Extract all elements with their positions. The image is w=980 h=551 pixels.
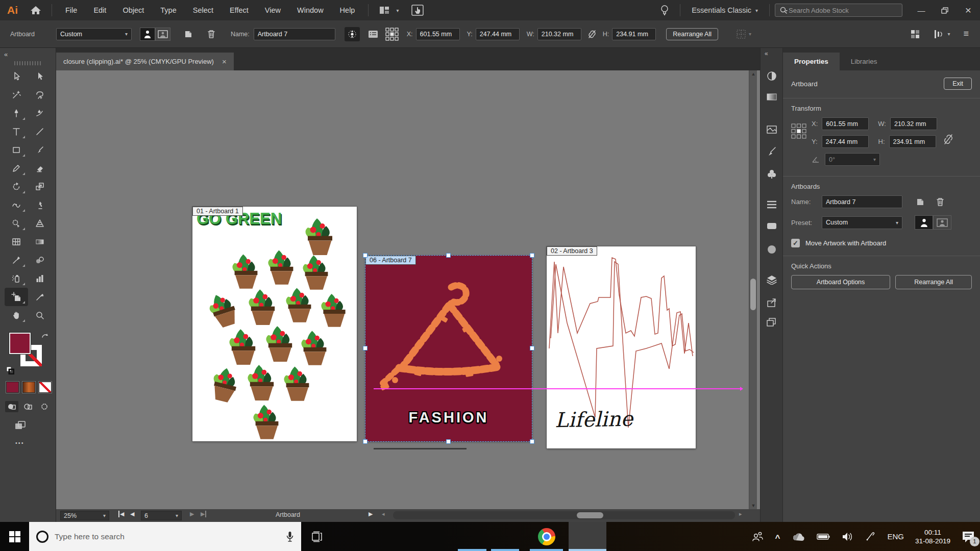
show-hidden-icons-chevron[interactable]: ^ <box>775 533 780 543</box>
selection-handle[interactable] <box>446 253 451 258</box>
rotation-angle-dropdown[interactable]: 0° ▾ <box>825 153 880 166</box>
landscape-orientation-button[interactable] <box>933 215 951 230</box>
snap-grid-options[interactable]: ▾ <box>736 29 751 40</box>
slice-tool[interactable] <box>28 288 52 306</box>
battery-icon[interactable] <box>817 533 830 540</box>
transparency-panel-icon[interactable] <box>766 244 777 255</box>
horizontal-scrollbar[interactable] <box>393 511 735 519</box>
transform-h-input[interactable] <box>889 135 936 148</box>
curvature-tool[interactable] <box>28 104 52 122</box>
gradient-swatch-button[interactable] <box>22 382 35 393</box>
selection-handle[interactable] <box>530 439 534 444</box>
collapse-tools-icon[interactable]: « <box>0 48 56 58</box>
magenta-guide-line[interactable] <box>374 388 742 389</box>
transform-x-input[interactable] <box>822 117 869 130</box>
scroll-down-icon[interactable]: ▼ <box>749 503 757 508</box>
menu-type[interactable]: Type <box>152 6 184 14</box>
hscroll-left-icon[interactable]: ◂ <box>382 511 385 517</box>
edit-toolbar-ellipsis[interactable]: ••• <box>15 440 56 446</box>
swap-fill-stroke-icon[interactable] <box>41 333 49 340</box>
magic-wand-tool[interactable] <box>5 86 28 104</box>
clock[interactable]: 00:11 31-08-2019 <box>915 528 950 545</box>
selection-handle[interactable] <box>363 439 368 444</box>
layers-panel-icon[interactable] <box>766 274 777 285</box>
previous-artboard-button[interactable]: ◀ <box>130 511 134 517</box>
y-input[interactable] <box>476 28 520 40</box>
rectangle-tool[interactable] <box>5 141 28 159</box>
home-icon[interactable] <box>30 5 41 15</box>
paintbrush-tool[interactable] <box>28 141 52 159</box>
chevron-down-icon[interactable]: ▾ <box>396 8 399 13</box>
color-swatch-button[interactable] <box>6 382 19 393</box>
stroke-panel-icon[interactable] <box>766 200 777 209</box>
lasso-tool[interactable] <box>28 86 52 104</box>
draw-normal-mode-icon[interactable] <box>5 401 18 412</box>
artboard-name-input[interactable] <box>254 28 335 40</box>
artboard-tool[interactable] <box>5 288 28 306</box>
hscroll-right-icon[interactable]: ▸ <box>739 511 742 517</box>
selection-handle[interactable] <box>363 346 368 350</box>
blend-tool[interactable] <box>28 251 52 269</box>
portrait-orientation-button[interactable] <box>915 215 933 230</box>
brushes-panel-icon[interactable] <box>766 146 777 157</box>
symbols-panel-icon[interactable] <box>766 168 777 180</box>
task-view-button[interactable] <box>301 522 333 551</box>
line-segment-tool[interactable] <box>28 122 52 141</box>
portrait-orientation-button[interactable] <box>140 28 155 41</box>
stock-search-input[interactable] <box>789 7 880 14</box>
h-input[interactable] <box>612 28 656 40</box>
reference-point-locator[interactable] <box>791 117 806 171</box>
type-tool[interactable] <box>5 122 28 141</box>
shaper-tool[interactable] <box>5 159 28 178</box>
eraser-tool[interactable] <box>28 159 52 178</box>
artboard-7-label[interactable]: 06 - Artboard 7 <box>365 256 416 265</box>
vertical-scroll-thumb[interactable] <box>750 279 756 310</box>
artboard-preset-dropdown[interactable]: Custom ▾ <box>56 28 132 40</box>
delete-artboard-trash-icon[interactable] <box>936 197 944 207</box>
canvas[interactable]: 01 - Artboard 1 GO GREEN <box>56 70 760 509</box>
touch-workspace-icon[interactable] <box>411 4 424 16</box>
menu-object[interactable]: Object <box>114 6 152 14</box>
menu-select[interactable]: Select <box>185 6 222 14</box>
new-artboard-icon[interactable] <box>916 197 925 207</box>
default-fill-stroke-icon[interactable] <box>6 366 14 374</box>
minimize-button[interactable]: — <box>910 3 933 18</box>
preset-dropdown[interactable]: Custom ▾ <box>822 216 902 229</box>
menu-file[interactable]: File <box>57 6 85 14</box>
discover-lightbulb-icon[interactable] <box>659 4 670 16</box>
artboard-3-label[interactable]: 02 - Artboard 3 <box>547 246 597 256</box>
close-document-icon[interactable]: × <box>222 57 227 66</box>
none-swatch-button[interactable] <box>39 382 52 393</box>
artboard-1[interactable]: 01 - Artboard 1 GO GREEN <box>192 207 357 441</box>
zoom-tool[interactable] <box>28 306 52 324</box>
microphone-icon[interactable] <box>286 531 294 542</box>
rearrange-all-button[interactable]: Rearrange All <box>666 28 718 40</box>
menu-window[interactable]: Window <box>289 6 332 14</box>
selection-handle[interactable] <box>530 253 534 258</box>
artboard-1-label[interactable]: 01 - Artboard 1 <box>192 207 243 216</box>
next-artboard-button[interactable]: ▶ <box>190 511 194 517</box>
hand-tool[interactable] <box>5 306 28 324</box>
reference-point-locator[interactable] <box>385 28 399 41</box>
panel-artboard-name-input[interactable] <box>822 195 902 208</box>
landscape-orientation-button[interactable] <box>155 28 170 41</box>
new-artboard-icon[interactable] <box>184 30 193 39</box>
chrome-taskbar-icon[interactable] <box>531 522 562 551</box>
perspective-grid-tool[interactable] <box>28 214 52 233</box>
delete-artboard-trash-icon[interactable] <box>207 29 215 39</box>
color-panel-icon[interactable] <box>766 70 777 82</box>
swatches-panel-icon[interactable] <box>766 124 777 135</box>
selection-tool[interactable] <box>5 67 28 86</box>
taskbar-search-box[interactable] <box>29 522 301 551</box>
artboard-7[interactable]: 06 - Artboard 7 FASHION <box>365 256 532 441</box>
artboard-3[interactable]: 02 - Artboard 3 Lifeline <box>547 246 696 448</box>
symbol-sprayer-tool[interactable] <box>5 269 28 288</box>
column-graph-tool[interactable] <box>28 269 52 288</box>
exit-button[interactable]: Exit <box>944 78 972 90</box>
arrange-documents-icon[interactable] <box>379 5 391 15</box>
w-input[interactable] <box>537 28 581 40</box>
zoom-level-dropdown[interactable]: 25% ▾ <box>60 511 109 520</box>
taskbar-search-input[interactable] <box>55 532 259 541</box>
transform-y-input[interactable] <box>822 135 869 148</box>
panel-menu-icon[interactable]: ≡ <box>963 29 969 39</box>
